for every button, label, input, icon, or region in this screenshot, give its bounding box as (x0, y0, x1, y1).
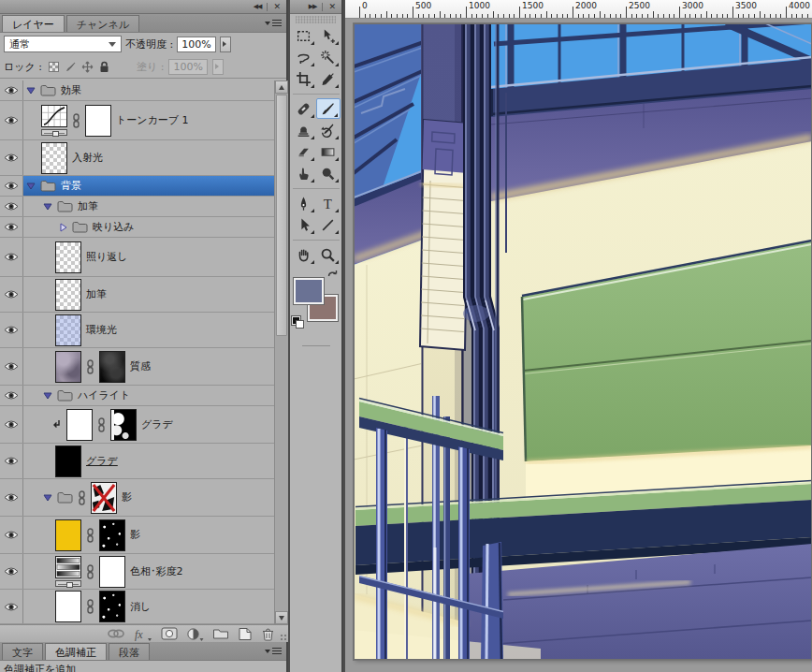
lock-position-icon[interactable] (80, 60, 94, 74)
visibility-toggle[interactable] (0, 238, 23, 276)
bottom-panel-tab-0[interactable]: 文字 (2, 643, 43, 660)
layer-mask-thumbnail[interactable] (99, 351, 125, 383)
layers-panel-tab-0[interactable]: レイヤー (2, 15, 65, 32)
layer-effects-icon[interactable]: fx (134, 627, 152, 641)
visibility-toggle[interactable] (0, 386, 23, 405)
panel-menu-icon[interactable] (265, 647, 282, 657)
expand-triangle-icon[interactable] (43, 202, 52, 211)
new-group-icon[interactable] (212, 627, 229, 640)
lasso-tool[interactable] (292, 47, 316, 67)
resize-grip[interactable] (280, 634, 287, 641)
dodge-tool[interactable] (316, 163, 341, 183)
visibility-toggle[interactable] (0, 313, 23, 347)
gradient-tool[interactable] (316, 141, 341, 162)
visibility-toggle[interactable] (0, 277, 23, 312)
default-colors-icon[interactable] (292, 316, 304, 329)
layer-row-content[interactable]: ハイライト (23, 386, 274, 405)
layer-row-content[interactable]: グラデ (23, 406, 274, 443)
layer-row-content[interactable]: 消し (23, 590, 274, 623)
close-panel-icon[interactable]: ✕ (273, 2, 281, 11)
visibility-toggle[interactable] (0, 140, 23, 175)
layer-row-content[interactable]: 加筆 (23, 277, 274, 312)
visibility-toggle[interactable] (0, 406, 23, 443)
layer-thumbnail[interactable] (55, 314, 81, 346)
add-layer-mask-icon[interactable] (161, 627, 178, 640)
expand-triangle-icon[interactable] (43, 391, 52, 400)
layer-row-content[interactable]: 環境光 (23, 313, 274, 347)
lock-transparency-icon[interactable] (47, 60, 61, 74)
layer-list-scrollbar[interactable] (274, 80, 288, 624)
layer-thumbnail[interactable] (41, 105, 67, 127)
layers-panel-tab-1[interactable]: チャンネル (66, 15, 139, 32)
visibility-toggle[interactable] (0, 80, 23, 100)
history-brush-tool[interactable] (316, 120, 341, 140)
layer-row[interactable]: 影 (0, 517, 274, 554)
layer-mask-thumbnail[interactable] (99, 519, 125, 551)
layer-group-row[interactable]: 影 (0, 479, 274, 517)
path-selection-tool[interactable] (292, 214, 316, 235)
panel-menu-icon[interactable] (265, 19, 282, 29)
scroll-up-button[interactable] (275, 80, 288, 94)
layer-group-row[interactable]: 加筆 (0, 197, 274, 217)
rectangular-marquee-tool[interactable] (292, 25, 316, 46)
blend-mode-select[interactable]: 通常 (4, 36, 122, 52)
layer-mask-thumbnail[interactable] (99, 591, 125, 622)
layer-thumbnail[interactable] (41, 142, 67, 174)
eyedropper-tool[interactable] (316, 68, 341, 89)
panel-grip[interactable] (296, 16, 336, 23)
new-layer-icon[interactable] (238, 627, 253, 641)
layer-group-row[interactable]: ハイライト (0, 386, 274, 406)
move-tool[interactable] (316, 25, 341, 46)
opacity-field[interactable]: 100% (177, 37, 216, 52)
layer-thumbnail[interactable] (55, 556, 81, 578)
layer-mask-thumbnail[interactable] (110, 409, 137, 441)
spot-healing-brush-tool[interactable] (292, 98, 316, 119)
type-tool[interactable]: T (316, 193, 341, 213)
scrollbar-thumb[interactable] (276, 95, 287, 336)
layer-row-content[interactable]: 照り返し (23, 238, 274, 276)
layer-row-content[interactable]: 背景 (23, 176, 274, 196)
link-layers-icon[interactable] (107, 627, 125, 640)
layer-row[interactable]: 消し (0, 590, 274, 624)
bottom-panel-tab-2[interactable]: 段落 (109, 643, 150, 660)
foreground-color-swatch[interactable] (294, 278, 324, 304)
layer-row-content[interactable]: 入射光 (23, 140, 274, 175)
crop-tool[interactable] (292, 68, 316, 89)
close-panel-icon[interactable]: ✕ (328, 2, 336, 11)
collapse-panel-button[interactable]: ◀◀ (254, 3, 262, 10)
layer-mask-thumbnail[interactable] (91, 482, 117, 514)
expand-triangle-icon[interactable] (26, 86, 36, 95)
layer-thumbnail[interactable] (55, 591, 81, 622)
visibility-toggle[interactable] (0, 217, 23, 237)
pen-tool[interactable] (292, 193, 316, 213)
layer-thumbnail[interactable] (55, 279, 81, 311)
layer-row[interactable]: 質感 (0, 348, 274, 386)
layer-row-content[interactable]: 影 (23, 517, 274, 553)
swap-colors-icon[interactable] (326, 269, 339, 283)
visibility-toggle[interactable] (0, 444, 23, 478)
clone-stamp-tool[interactable] (292, 120, 316, 140)
visibility-toggle[interactable] (0, 590, 23, 623)
layer-mask-thumbnail[interactable] (85, 105, 111, 137)
visibility-toggle[interactable] (0, 197, 23, 216)
expand-panel-button[interactable]: ▶▶ (309, 3, 317, 10)
visibility-toggle[interactable] (0, 554, 23, 589)
layer-row-content[interactable]: トーンカーブ 1 (23, 101, 274, 139)
layer-row[interactable]: 加筆 (0, 277, 274, 313)
layer-row-content[interactable]: 効果 (23, 80, 274, 100)
layer-thumbnail[interactable] (55, 241, 81, 273)
brush-tool[interactable] (316, 98, 341, 119)
zoom-tool[interactable] (316, 244, 341, 265)
layer-row[interactable]: トーンカーブ 1 (0, 101, 274, 140)
line-tool[interactable] (316, 214, 341, 235)
layer-group-row[interactable]: 映り込み (0, 217, 274, 238)
expand-triangle-icon[interactable] (26, 182, 36, 190)
layer-thumbnail[interactable] (55, 351, 81, 383)
bottom-panel-tab-1[interactable]: 色調補正 (45, 643, 107, 660)
layer-mask-thumbnail[interactable] (99, 556, 125, 588)
layer-thumbnail[interactable] (55, 446, 81, 477)
layer-row-content[interactable]: 影 (23, 479, 274, 516)
layer-thumbnail[interactable] (55, 519, 81, 551)
opacity-spinner[interactable] (220, 37, 231, 52)
layer-row-content[interactable]: 色相･彩度2 (23, 554, 274, 589)
